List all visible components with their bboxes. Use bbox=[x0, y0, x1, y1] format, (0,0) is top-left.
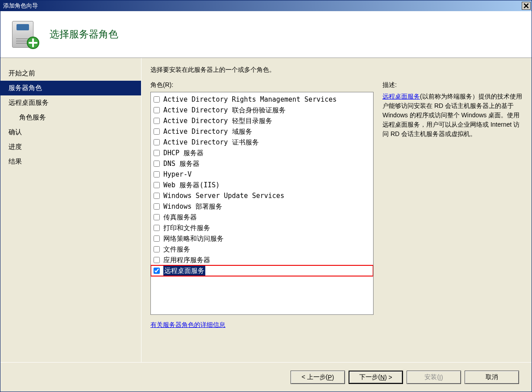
sidebar-item-2[interactable]: 远程桌面服务 bbox=[0, 95, 141, 110]
role-checkbox-13[interactable] bbox=[154, 235, 160, 242]
role-row-9[interactable]: Windows Server Update Services bbox=[151, 190, 373, 201]
prev-button[interactable]: < 上一步(P) bbox=[291, 371, 345, 384]
role-label-4: Active Directory 证书服务 bbox=[163, 137, 259, 147]
role-row-4[interactable]: Active Directory 证书服务 bbox=[151, 137, 373, 148]
wizard-header: 选择服务器角色 bbox=[0, 11, 532, 58]
role-row-16[interactable]: 远程桌面服务 bbox=[151, 265, 373, 276]
role-row-11[interactable]: 传真服务器 bbox=[151, 212, 373, 223]
roles-column: 角色(R): Active Directory Rights Managemen… bbox=[150, 81, 374, 362]
more-info-wrapper: 有关服务器角色的详细信息 bbox=[150, 321, 374, 329]
role-row-10[interactable]: Windows 部署服务 bbox=[151, 201, 373, 212]
install-button: 安装(I) bbox=[407, 371, 461, 384]
titlebar: 添加角色向导 bbox=[0, 0, 532, 11]
roles-label: 角色(R): bbox=[150, 81, 374, 89]
role-label-1: Active Directory 联合身份验证服务 bbox=[163, 105, 286, 115]
role-checkbox-0[interactable] bbox=[154, 96, 160, 103]
role-label-11: 传真服务器 bbox=[163, 212, 197, 222]
description-text: 远程桌面服务(以前称为终端服务）提供的技术使用户能够访问安装在 RD 会话主机服… bbox=[382, 92, 523, 139]
role-label-3: Active Directory 域服务 bbox=[163, 127, 252, 136]
more-info-link[interactable]: 有关服务器角色的详细信息 bbox=[150, 321, 225, 328]
wizard-footer: < 上一步(P) 下一步(N) > 安装(I) 取消 bbox=[0, 362, 532, 392]
role-label-13: 网络策略和访问服务 bbox=[163, 234, 224, 243]
sidebar: 开始之前服务器角色远程桌面服务角色服务确认进度结果 bbox=[0, 58, 141, 362]
description-label: 描述: bbox=[382, 81, 523, 89]
instruction-text: 选择要安装在此服务器上的一个或多个角色。 bbox=[150, 66, 523, 74]
role-label-8: Web 服务器(IIS) bbox=[163, 180, 220, 190]
description-link[interactable]: 远程桌面服务 bbox=[382, 93, 420, 100]
role-checkbox-8[interactable] bbox=[154, 182, 160, 188]
sidebar-item-6[interactable]: 结果 bbox=[0, 154, 141, 169]
close-icon bbox=[524, 3, 529, 8]
role-label-2: Active Directory 轻型目录服务 bbox=[163, 116, 272, 126]
role-checkbox-7[interactable] bbox=[154, 171, 160, 177]
role-label-6: DNS 服务器 bbox=[163, 159, 200, 169]
window-title: 添加角色向导 bbox=[3, 2, 522, 10]
role-row-2[interactable]: Active Directory 轻型目录服务 bbox=[151, 116, 373, 126]
role-row-1[interactable]: Active Directory 联合身份验证服务 bbox=[151, 105, 373, 116]
plus-icon bbox=[26, 36, 40, 50]
role-row-7[interactable]: Hyper-V bbox=[151, 169, 373, 180]
role-label-7: Hyper-V bbox=[163, 169, 191, 179]
role-checkbox-2[interactable] bbox=[154, 118, 160, 124]
role-checkbox-5[interactable] bbox=[154, 150, 160, 156]
role-checkbox-15[interactable] bbox=[154, 257, 160, 263]
role-label-16: 远程桌面服务 bbox=[163, 266, 205, 276]
role-checkbox-1[interactable] bbox=[154, 107, 160, 113]
role-row-3[interactable]: Active Directory 域服务 bbox=[151, 126, 373, 137]
role-checkbox-4[interactable] bbox=[154, 139, 160, 145]
sidebar-item-1[interactable]: 服务器角色 bbox=[0, 81, 141, 95]
main-panel: 选择要安装在此服务器上的一个或多个角色。 角色(R): Active Direc… bbox=[141, 58, 532, 362]
role-row-14[interactable]: 文件服务 bbox=[151, 244, 373, 255]
role-checkbox-3[interactable] bbox=[154, 128, 160, 135]
role-row-15[interactable]: 应用程序服务器 bbox=[151, 255, 373, 265]
sidebar-item-0[interactable]: 开始之前 bbox=[0, 66, 141, 81]
role-checkbox-11[interactable] bbox=[154, 214, 160, 220]
role-checkbox-9[interactable] bbox=[154, 193, 160, 199]
role-row-8[interactable]: Web 服务器(IIS) bbox=[151, 180, 373, 190]
role-row-13[interactable]: 网络策略和访问服务 bbox=[151, 233, 373, 244]
role-label-14: 文件服务 bbox=[163, 244, 190, 254]
next-button[interactable]: 下一步(N) > bbox=[349, 371, 403, 384]
role-label-9: Windows Server Update Services bbox=[163, 191, 284, 201]
role-label-10: Windows 部署服务 bbox=[163, 202, 222, 211]
role-row-12[interactable]: 打印和文件服务 bbox=[151, 223, 373, 233]
sidebar-item-3[interactable]: 角色服务 bbox=[0, 110, 141, 125]
wizard-window: 添加角色向导 选择服务器角色 开始之前服务器角色远程桌面服务角色服务确认进度结果… bbox=[0, 0, 532, 392]
roles-listbox[interactable]: Active Directory Rights Management Servi… bbox=[150, 92, 374, 315]
page-title: 选择服务器角色 bbox=[50, 28, 118, 41]
role-row-0[interactable]: Active Directory Rights Management Servi… bbox=[151, 94, 373, 105]
role-checkbox-10[interactable] bbox=[154, 203, 160, 210]
wizard-body: 开始之前服务器角色远程桌面服务角色服务确认进度结果 选择要安装在此服务器上的一个… bbox=[0, 58, 532, 362]
sidebar-item-4[interactable]: 确认 bbox=[0, 125, 141, 140]
role-checkbox-12[interactable] bbox=[154, 225, 160, 231]
close-button[interactable] bbox=[522, 2, 531, 10]
role-row-6[interactable]: DNS 服务器 bbox=[151, 158, 373, 169]
cancel-button[interactable]: 取消 bbox=[465, 371, 519, 384]
sidebar-item-5[interactable]: 进度 bbox=[0, 140, 141, 154]
description-column: 描述: 远程桌面服务(以前称为终端服务）提供的技术使用户能够访问安装在 RD 会… bbox=[382, 81, 523, 362]
role-label-5: DHCP 服务器 bbox=[163, 148, 204, 158]
role-checkbox-14[interactable] bbox=[154, 246, 160, 252]
header-icon bbox=[9, 18, 42, 50]
columns: 角色(R): Active Directory Rights Managemen… bbox=[150, 81, 523, 362]
role-row-5[interactable]: DHCP 服务器 bbox=[151, 148, 373, 158]
role-label-0: Active Directory Rights Management Servi… bbox=[163, 95, 337, 104]
role-checkbox-6[interactable] bbox=[154, 161, 160, 167]
role-label-15: 应用程序服务器 bbox=[163, 255, 210, 265]
role-label-12: 打印和文件服务 bbox=[163, 223, 210, 233]
role-checkbox-16[interactable] bbox=[154, 268, 160, 274]
